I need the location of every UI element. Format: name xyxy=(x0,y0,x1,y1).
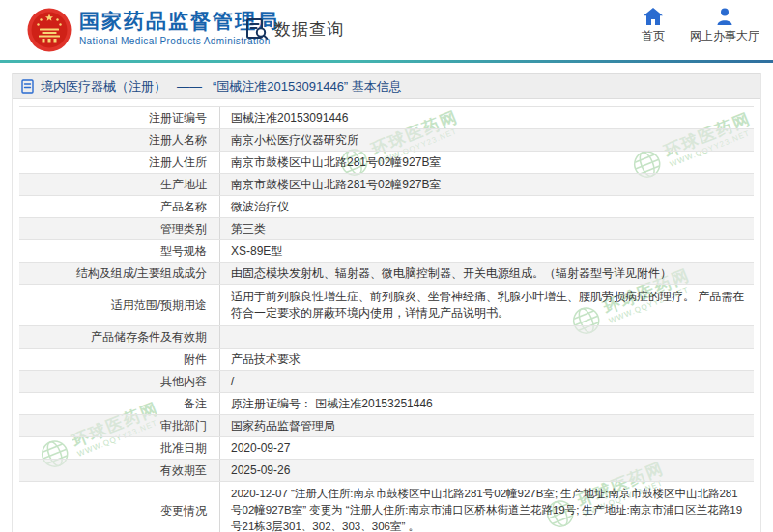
row-value: 南京市鼓楼区中山北路281号02幢927B室 xyxy=(220,174,754,195)
row-value: 适用于前列腺良性增生症、前列腺炎、坐骨神经痛、乳腺小叶增生、腰肌劳损病症的理疗。… xyxy=(220,285,754,325)
table-row: 产品名称 微波治疗仪 xyxy=(19,196,754,218)
row-value: 2020-12-07 “注册人住所:南京市鼓楼区中山北路281号02幢927B室… xyxy=(220,482,754,532)
breadcrumb-separator: —— xyxy=(177,79,202,94)
registration-detail-table: 注册证编号 国械注准20153091446 注册人名称 南京小松医疗仪器研究所 … xyxy=(19,106,754,532)
row-label: 备注 xyxy=(19,393,220,414)
row-label: 审批部门 xyxy=(19,415,220,436)
nav-home[interactable]: 首页 xyxy=(642,8,665,44)
table-row: 结构及组成/主要组成成分 由固态模块发射机、辐射器、微电脑控制器、开关电源组成。… xyxy=(19,263,754,285)
page-header: 国家药品监督管理局 National Medical Products Admi… xyxy=(0,0,773,60)
row-value: 南京小松医疗仪器研究所 xyxy=(220,129,754,151)
row-label: 其他内容 xyxy=(19,371,220,392)
table-row: 变更情况 2020-12-07 “注册人住所:南京市鼓楼区中山北路281号02幢… xyxy=(19,482,754,532)
table-row: 批准日期 2020-09-27 xyxy=(19,437,754,460)
row-value: 2025-09-26 xyxy=(220,460,754,481)
nav-data-query[interactable]: 数据查询 xyxy=(244,16,344,42)
row-value: 第三类 xyxy=(220,218,754,239)
table-row: 有效期至 2025-09-26 xyxy=(19,460,754,482)
table-row: 型号规格 XS-89E型 xyxy=(19,240,754,263)
row-value: 产品技术要求 xyxy=(220,349,754,370)
row-label: 注册人住所 xyxy=(19,152,220,173)
table-row: 其他内容 / xyxy=(19,371,754,393)
row-value: 国家药品监督管理局 xyxy=(220,415,754,436)
table-row: 审批部门 国家药品监督管理局 xyxy=(19,415,754,437)
row-value: 国械注准20153091446 xyxy=(220,107,754,128)
row-value: 微波治疗仪 xyxy=(220,196,754,217)
row-label: 适用范围/预期用途 xyxy=(19,285,220,325)
row-label: 有效期至 xyxy=(19,460,220,481)
row-label: 附件 xyxy=(19,349,220,370)
document-icon xyxy=(21,79,34,94)
main-content: 环球医药网 WWW.QQYY23.NET 环球医药网 WWW.QQYY23.NE… xyxy=(12,73,761,532)
breadcrumb-detail: “国械注准20153091446” 基本信息 xyxy=(213,78,402,96)
row-label: 生产地址 xyxy=(19,174,220,195)
breadcrumb-category: 境内医疗器械（注册） xyxy=(41,78,166,96)
data-query-icon xyxy=(244,16,270,42)
row-value: XS-89E型 xyxy=(220,240,754,262)
table-row: 管理类别 第三类 xyxy=(19,218,754,240)
nav-service-hall-label: 网上办事大厅 xyxy=(690,28,759,44)
breadcrumb: 境内医疗器械（注册） —— “国械注准20153091446” 基本信息 xyxy=(13,73,760,99)
top-navigation: 首页 网上办事大厅 xyxy=(642,8,759,44)
row-value: 2020-09-27 xyxy=(220,437,754,459)
table-row: 产品储存条件及有效期 xyxy=(19,326,754,349)
header-divider xyxy=(0,60,773,63)
row-value xyxy=(220,326,754,348)
table-row: 注册人名称 南京小松医疗仪器研究所 xyxy=(19,129,754,152)
row-label: 注册证编号 xyxy=(19,107,220,128)
row-label: 批准日期 xyxy=(19,437,220,459)
row-value: 南京市鼓楼区中山北路281号02幢927B室 xyxy=(220,152,754,173)
nav-service-hall[interactable]: 网上办事大厅 xyxy=(690,8,759,44)
table-row: 附件 产品技术要求 xyxy=(19,349,754,371)
home-icon xyxy=(644,8,663,25)
table-row: 注册证编号 国械注准20153091446 xyxy=(19,107,754,129)
table-row: 注册人住所 南京市鼓楼区中山北路281号02幢927B室 xyxy=(19,152,754,174)
row-label: 结构及组成/主要组成成分 xyxy=(19,263,220,284)
table-row: 生产地址 南京市鼓楼区中山北路281号02幢927B室 xyxy=(19,174,754,196)
row-label: 型号规格 xyxy=(19,240,220,262)
row-label: 注册人名称 xyxy=(19,129,220,151)
row-label: 变更情况 xyxy=(19,482,220,532)
person-icon xyxy=(715,8,734,25)
row-value: 由固态模块发射机、辐射器、微电脑控制器、开关电源组成。（辐射器型号详见附件） xyxy=(220,263,754,284)
row-label: 产品储存条件及有效期 xyxy=(19,326,220,348)
national-emblem-icon xyxy=(27,8,72,52)
table-row: 备注 原注册证编号： 国械注准20153251446 xyxy=(19,393,754,415)
row-label: 产品名称 xyxy=(19,196,220,217)
data-query-label: 数据查询 xyxy=(274,18,344,41)
row-value: 原注册证编号： 国械注准20153251446 xyxy=(220,393,754,414)
nav-home-label: 首页 xyxy=(642,28,665,44)
table-row: 适用范围/预期用途 适用于前列腺良性增生症、前列腺炎、坐骨神经痛、乳腺小叶增生、… xyxy=(19,285,754,326)
row-value: / xyxy=(220,371,754,392)
row-label: 管理类别 xyxy=(19,218,220,239)
